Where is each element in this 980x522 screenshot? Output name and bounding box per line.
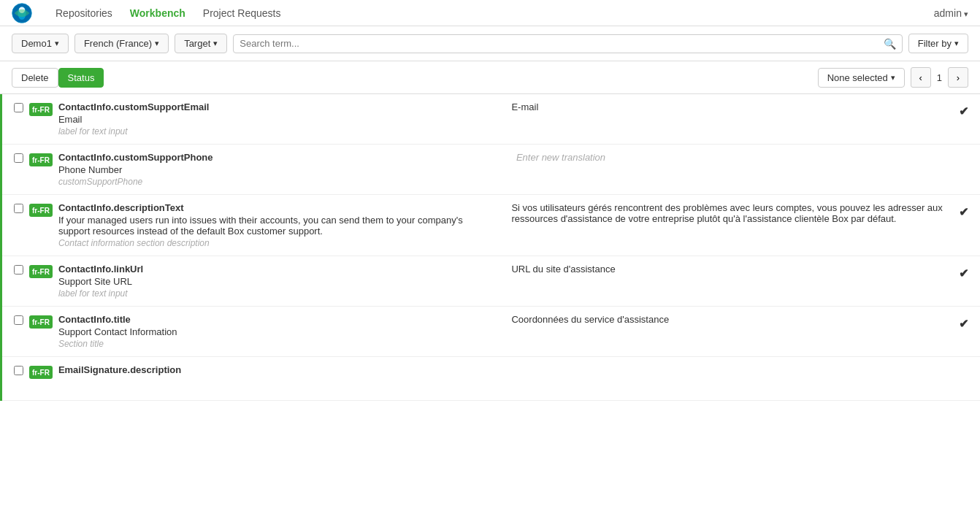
source-text: Email (58, 114, 497, 125)
main-toolbar: Demo1 French (France) Target 🔍 Filter by (0, 26, 980, 61)
user-menu[interactable]: admin (934, 7, 968, 19)
nav-workbench[interactable]: Workbench (130, 7, 185, 19)
translation-placeholder: Enter new translation (516, 152, 605, 163)
translated-checkmark: ✔ (959, 266, 968, 280)
translated-checkmark: ✔ (959, 205, 968, 219)
row-left: ContactInfo.customSupportPhone Phone Num… (58, 152, 502, 187)
app-logo (12, 3, 32, 23)
row-left: ContactInfo.linkUrl Support Site URL lab… (58, 264, 497, 299)
table-row: fr-FR ContactInfo.linkUrl Support Site U… (2, 256, 980, 307)
table-row: fr-FR ContactInfo.customSupportPhone Pho… (2, 145, 980, 195)
language-tag: fr-FR (29, 153, 53, 166)
nav-repositories[interactable]: Repositories (55, 7, 112, 19)
row-status: ✔ (950, 314, 968, 331)
table-row: fr-FR ContactInfo.customSupportEmail Ema… (2, 94, 980, 145)
translation-key: ContactInfo.customSupportEmail (58, 101, 497, 112)
row-checkbox-container (14, 152, 23, 187)
translated-checkmark: ✔ (959, 104, 968, 118)
row-status (960, 152, 968, 155)
search-input[interactable] (240, 38, 884, 49)
language-tag: fr-FR (29, 265, 53, 278)
table-row: fr-FR EmailSignature.description (2, 357, 980, 401)
nav-project-requests[interactable]: Project Requests (203, 7, 281, 19)
row-checkbox[interactable] (14, 153, 23, 163)
context-text: label for text input (58, 288, 497, 299)
translation-key: ContactInfo.customSupportPhone (58, 152, 502, 163)
none-selected-dropdown[interactable]: None selected (818, 68, 905, 88)
prev-page-button[interactable]: ‹ (911, 67, 931, 88)
row-left: ContactInfo.title Support Contact Inform… (58, 314, 497, 349)
row-inner: ContactInfo.title Support Contact Inform… (58, 314, 968, 349)
row-status: ✔ (950, 101, 968, 118)
row-checkbox[interactable] (14, 103, 23, 112)
translation-text: Coordonnées du service d'assistance (511, 314, 669, 325)
language-tag: fr-FR (29, 366, 53, 379)
row-checkbox-container (14, 202, 23, 248)
row-checkbox[interactable] (14, 204, 23, 213)
translation-list: fr-FR ContactInfo.customSupportEmail Ema… (0, 94, 980, 401)
context-text: label for text input (58, 126, 497, 137)
row-inner: ContactInfo.customSupportPhone Phone Num… (58, 152, 968, 187)
row-right: URL du site d'assistance (497, 264, 950, 275)
language-tag: fr-FR (29, 103, 53, 116)
row-checkbox-container (14, 314, 23, 349)
translation-key: ContactInfo.title (58, 314, 497, 325)
context-text: Contact information section description (58, 238, 497, 248)
row-checkbox[interactable] (14, 265, 23, 275)
source-text: Support Contact Information (58, 326, 497, 337)
row-status (960, 364, 968, 367)
search-container: 🔍 (233, 34, 903, 53)
context-text: Section title (58, 339, 497, 349)
delete-button[interactable]: Delete (12, 68, 58, 88)
row-inner: ContactInfo.descriptionText If your mana… (58, 202, 968, 248)
translation-text: URL du site d'assistance (511, 264, 615, 275)
row-checkbox[interactable] (14, 315, 23, 325)
translated-checkmark: ✔ (959, 317, 968, 331)
top-navigation: Repositories Workbench Project Requests … (0, 0, 980, 26)
row-left: EmailSignature.description (58, 364, 502, 377)
context-text: customSupportPhone (58, 177, 502, 187)
row-left: ContactInfo.customSupportEmail Email lab… (58, 101, 497, 137)
row-status: ✔ (950, 202, 968, 219)
row-right: Enter new translation (502, 152, 960, 163)
action-bar-right: None selected ‹ 1 › (818, 67, 968, 88)
project-dropdown[interactable]: Demo1 (12, 34, 69, 53)
table-row: fr-FR ContactInfo.title Support Contact … (2, 307, 980, 357)
filter-dropdown[interactable]: Filter by (908, 34, 968, 53)
row-right: Si vos utilisateurs gérés rencontrent de… (497, 202, 950, 224)
translation-key: EmailSignature.description (58, 364, 502, 375)
source-text: If your managed users run into issues wi… (58, 215, 497, 237)
source-text: Support Site URL (58, 276, 497, 287)
row-checkbox[interactable] (14, 366, 23, 375)
row-checkbox-container (14, 101, 23, 137)
row-inner: ContactInfo.customSupportEmail Email lab… (58, 101, 968, 137)
action-bar: Delete Status None selected ‹ 1 › (0, 61, 980, 94)
translation-text: E-mail (511, 101, 538, 112)
source-text: Phone Number (58, 164, 502, 175)
translation-text: Si vos utilisateurs gérés rencontrent de… (511, 202, 950, 224)
search-icon[interactable]: 🔍 (884, 38, 896, 50)
target-dropdown[interactable]: Target (175, 34, 227, 53)
table-row: fr-FR ContactInfo.descriptionText If you… (2, 195, 980, 256)
row-right: E-mail (497, 101, 950, 112)
language-tag: fr-FR (29, 204, 53, 217)
page-number: 1 (937, 72, 942, 83)
row-checkbox-container (14, 364, 23, 393)
row-left: ContactInfo.descriptionText If your mana… (58, 202, 497, 248)
translation-key: ContactInfo.descriptionText (58, 202, 497, 213)
status-button[interactable]: Status (58, 68, 104, 88)
row-inner: ContactInfo.linkUrl Support Site URL lab… (58, 264, 968, 299)
next-page-button[interactable]: › (948, 67, 968, 88)
row-checkbox-container (14, 264, 23, 299)
row-inner: EmailSignature.description (58, 364, 968, 393)
language-tag: fr-FR (29, 315, 53, 329)
language-dropdown[interactable]: French (France) (74, 34, 169, 53)
translation-key: ContactInfo.linkUrl (58, 264, 497, 275)
row-right: Coordonnées du service d'assistance (497, 314, 950, 325)
row-status: ✔ (950, 264, 968, 280)
